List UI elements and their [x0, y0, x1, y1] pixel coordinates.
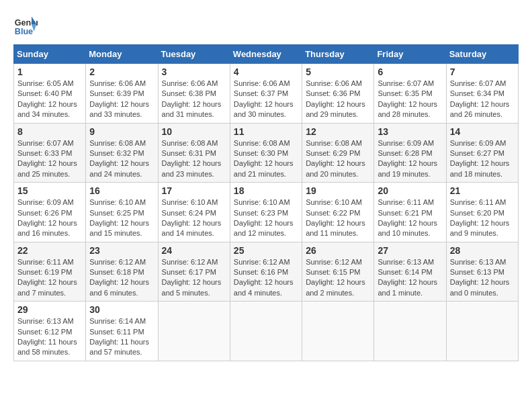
daylight-text: Daylight: 12 hours and 16 minutes.: [17, 218, 82, 239]
sunrise-text: Sunrise: 6:09 AM: [378, 138, 442, 148]
day-number: 7: [450, 66, 515, 77]
calendar-cell: 28 Sunrise: 6:13 AM Sunset: 6:13 PM Dayl…: [446, 242, 518, 302]
calendar-cell: 2 Sunrise: 6:06 AM Sunset: 6:39 PM Dayli…: [86, 64, 158, 124]
calendar-cell: 1 Sunrise: 6:05 AM Sunset: 6:40 PM Dayli…: [14, 64, 86, 124]
sunset-text: Sunset: 6:28 PM: [378, 148, 442, 158]
calendar-cell: 7 Sunrise: 6:07 AM Sunset: 6:34 PM Dayli…: [446, 64, 518, 124]
sunset-text: Sunset: 6:23 PM: [234, 208, 298, 218]
sunrise-text: Sunrise: 6:06 AM: [162, 79, 226, 89]
sunrise-text: Sunrise: 6:11 AM: [450, 197, 515, 208]
calendar-cell: 25 Sunrise: 6:12 AM Sunset: 6:16 PM Dayl…: [230, 242, 302, 302]
column-header-wednesday: Wednesday: [230, 45, 302, 64]
column-header-saturday: Saturday: [446, 45, 518, 64]
day-number: 27: [378, 245, 442, 256]
day-info: Sunrise: 6:10 AM Sunset: 6:23 PM Dayligh…: [234, 197, 298, 239]
sunrise-text: Sunrise: 6:14 AM: [89, 316, 154, 326]
daylight-text: Daylight: 12 hours and 19 minutes.: [378, 158, 442, 179]
day-number: 6: [378, 66, 442, 77]
day-info: Sunrise: 6:10 AM Sunset: 6:22 PM Dayligh…: [306, 197, 370, 239]
day-info: Sunrise: 6:06 AM Sunset: 6:37 PM Dayligh…: [234, 79, 298, 120]
sunset-text: Sunset: 6:21 PM: [378, 208, 442, 218]
calendar-cell: 15 Sunrise: 6:09 AM Sunset: 6:26 PM Dayl…: [14, 183, 86, 242]
sunrise-text: Sunrise: 6:06 AM: [234, 79, 298, 89]
day-info: Sunrise: 6:10 AM Sunset: 6:24 PM Dayligh…: [162, 197, 226, 239]
calendar-table: SundayMondayTuesdayWednesdayThursdayFrid…: [13, 44, 519, 361]
day-number: 10: [162, 126, 226, 137]
sunset-text: Sunset: 6:17 PM: [162, 267, 226, 277]
daylight-text: Daylight: 12 hours and 30 minutes.: [234, 99, 298, 120]
column-header-monday: Monday: [86, 45, 158, 64]
daylight-text: Daylight: 12 hours and 18 minutes.: [450, 158, 515, 179]
daylight-text: Daylight: 11 hours and 58 minutes.: [17, 337, 82, 358]
day-number: 22: [17, 245, 82, 256]
day-info: Sunrise: 6:09 AM Sunset: 6:26 PM Dayligh…: [17, 197, 82, 239]
day-number: 3: [162, 66, 226, 77]
sunrise-text: Sunrise: 6:09 AM: [450, 138, 515, 148]
page-header: General Blue: [13, 13, 519, 38]
sunrise-text: Sunrise: 6:13 AM: [17, 316, 82, 326]
calendar-cell: 5 Sunrise: 6:06 AM Sunset: 6:36 PM Dayli…: [302, 64, 374, 124]
day-number: 8: [17, 126, 82, 137]
calendar-week-5: 29 Sunrise: 6:13 AM Sunset: 6:12 PM Dayl…: [14, 302, 519, 361]
day-info: Sunrise: 6:08 AM Sunset: 6:30 PM Dayligh…: [234, 138, 298, 180]
day-info: Sunrise: 6:11 AM Sunset: 6:21 PM Dayligh…: [378, 197, 442, 239]
day-number: 12: [306, 126, 370, 137]
day-info: Sunrise: 6:06 AM Sunset: 6:39 PM Dayligh…: [89, 79, 154, 120]
day-number: 14: [450, 126, 515, 137]
day-number: 11: [234, 126, 298, 137]
day-number: 4: [234, 66, 298, 77]
column-header-tuesday: Tuesday: [158, 45, 230, 64]
sunrise-text: Sunrise: 6:07 AM: [17, 138, 82, 148]
sunrise-text: Sunrise: 6:12 AM: [89, 257, 154, 267]
sunset-text: Sunset: 6:20 PM: [450, 208, 515, 218]
sunrise-text: Sunrise: 6:12 AM: [234, 257, 298, 267]
day-info: Sunrise: 6:07 AM Sunset: 6:34 PM Dayligh…: [450, 79, 515, 120]
day-number: 5: [306, 66, 370, 77]
day-number: 26: [306, 245, 370, 256]
day-number: 30: [89, 304, 154, 315]
day-info: Sunrise: 6:14 AM Sunset: 6:11 PM Dayligh…: [89, 316, 154, 358]
calendar-cell: 4 Sunrise: 6:06 AM Sunset: 6:37 PM Dayli…: [230, 64, 302, 124]
day-number: 16: [89, 185, 154, 196]
sunset-text: Sunset: 6:14 PM: [378, 267, 442, 277]
sunrise-text: Sunrise: 6:05 AM: [17, 79, 82, 89]
calendar-cell: 19 Sunrise: 6:10 AM Sunset: 6:22 PM Dayl…: [302, 183, 374, 242]
calendar-cell: 30 Sunrise: 6:14 AM Sunset: 6:11 PM Dayl…: [86, 302, 158, 361]
sunrise-text: Sunrise: 6:10 AM: [306, 197, 370, 208]
calendar-cell: 12 Sunrise: 6:08 AM Sunset: 6:29 PM Dayl…: [302, 123, 374, 183]
calendar-cell: 20 Sunrise: 6:11 AM Sunset: 6:21 PM Dayl…: [374, 183, 446, 242]
general-blue-logo-icon: General Blue: [13, 13, 38, 38]
column-header-friday: Friday: [374, 45, 446, 64]
day-number: 1: [17, 66, 82, 77]
day-number: 17: [162, 185, 226, 196]
calendar-cell: [374, 302, 446, 361]
sunrise-text: Sunrise: 6:07 AM: [450, 79, 515, 89]
sunrise-text: Sunrise: 6:08 AM: [89, 138, 154, 148]
day-number: 28: [450, 245, 515, 256]
sunrise-text: Sunrise: 6:07 AM: [378, 79, 442, 89]
day-info: Sunrise: 6:13 AM Sunset: 6:12 PM Dayligh…: [17, 316, 82, 358]
day-info: Sunrise: 6:12 AM Sunset: 6:16 PM Dayligh…: [234, 257, 298, 299]
sunset-text: Sunset: 6:38 PM: [162, 89, 226, 99]
daylight-text: Daylight: 12 hours and 23 minutes.: [162, 158, 226, 179]
day-number: 21: [450, 185, 515, 196]
sunset-text: Sunset: 6:15 PM: [306, 267, 370, 277]
calendar-cell: [230, 302, 302, 361]
sunset-text: Sunset: 6:11 PM: [89, 327, 154, 337]
svg-text:Blue: Blue: [15, 27, 33, 36]
calendar-week-1: 1 Sunrise: 6:05 AM Sunset: 6:40 PM Dayli…: [14, 64, 519, 124]
sunset-text: Sunset: 6:30 PM: [234, 148, 298, 158]
day-info: Sunrise: 6:12 AM Sunset: 6:18 PM Dayligh…: [89, 257, 154, 299]
daylight-text: Daylight: 12 hours and 29 minutes.: [306, 99, 370, 120]
sunset-text: Sunset: 6:22 PM: [306, 208, 370, 218]
daylight-text: Daylight: 12 hours and 11 minutes.: [306, 218, 370, 239]
sunrise-text: Sunrise: 6:06 AM: [306, 79, 370, 89]
daylight-text: Daylight: 12 hours and 21 minutes.: [234, 158, 298, 179]
day-info: Sunrise: 6:07 AM Sunset: 6:33 PM Dayligh…: [17, 138, 82, 180]
day-info: Sunrise: 6:09 AM Sunset: 6:27 PM Dayligh…: [450, 138, 515, 180]
day-number: 20: [378, 185, 442, 196]
sunset-text: Sunset: 6:25 PM: [89, 208, 154, 218]
sunrise-text: Sunrise: 6:11 AM: [17, 257, 82, 267]
day-info: Sunrise: 6:11 AM Sunset: 6:19 PM Dayligh…: [17, 257, 82, 299]
daylight-text: Daylight: 12 hours and 9 minutes.: [450, 218, 515, 239]
